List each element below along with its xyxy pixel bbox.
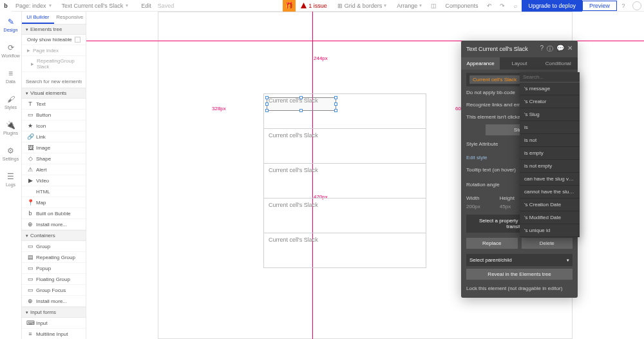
components-icon[interactable]: ◫ <box>427 0 440 12</box>
palette-built-on-bubble[interactable]: bBuilt on Bubble <box>22 208 86 219</box>
dd-item[interactable]: is <box>520 121 580 134</box>
dd-item[interactable]: can have the slug value <box>520 173 580 186</box>
palette-install-more-[interactable]: ⊕Install more... <box>22 219 86 230</box>
palette-shape[interactable]: ◇Shape <box>22 153 86 164</box>
input-forms-list: ⌨Input≡Multiline Input☑Checkbox▾Dropdown… <box>22 318 86 339</box>
nav-settings[interactable]: ⚙Settings <box>0 140 21 166</box>
edit-style-link[interactable]: Edit style <box>466 155 487 160</box>
dd-item[interactable]: 's Creation Date <box>520 199 580 211</box>
select-parent-button[interactable]: Select parent/child▾ <box>466 254 573 266</box>
rg-cell[interactable]: Current cell's Slack <box>263 93 426 129</box>
tab-responsive[interactable]: Responsive <box>54 12 86 24</box>
edit-label: Edit <box>135 3 158 9</box>
lock-element-row[interactable]: Lock this element (not draggable in edit… <box>466 282 573 295</box>
logo-icon[interactable]: b <box>0 0 12 12</box>
nav-data[interactable]: ≡Data <box>0 63 21 89</box>
palette-repeating-group[interactable]: ▤Repeating Group <box>22 252 86 263</box>
visual-elements-header[interactable]: ▾Visual elements <box>22 88 86 99</box>
tab-appearance[interactable]: Appearance <box>461 57 500 70</box>
reveal-button[interactable]: Reveal in the Elements tree <box>466 269 573 280</box>
tab-ui-builder[interactable]: UI Builder <box>22 12 54 24</box>
palette-floating-group[interactable]: ▭Floating Group <box>22 274 86 285</box>
info-icon[interactable]: ⓘ <box>547 44 553 53</box>
expression-dropdown[interactable]: 's message's Creator's Slugisis notis em… <box>520 72 580 237</box>
arrange-menu[interactable]: Arrange▾ <box>392 3 427 9</box>
dd-item[interactable]: cannot have the slug value <box>520 186 580 199</box>
tab-layout[interactable]: Layout <box>500 57 538 70</box>
inspector-title: Text Current cell's Slack <box>466 46 528 52</box>
palette-video[interactable]: ▶Video <box>22 175 86 186</box>
avatar[interactable] <box>632 1 641 10</box>
palette-map[interactable]: 📍Map <box>22 197 86 208</box>
rg-cell[interactable]: Current cell's Slack <box>263 198 426 233</box>
palette-input[interactable]: ⌨Input <box>22 318 86 329</box>
only-show-hideable[interactable]: Only show hideable <box>22 35 86 45</box>
nav-design[interactable]: ✎Design <box>0 12 21 37</box>
page-selector[interactable]: Page: index▾ <box>12 3 55 9</box>
palette-text[interactable]: TText <box>22 99 86 110</box>
palette-install-more-[interactable]: ⊕Install more... <box>22 296 86 307</box>
rg-cell[interactable]: Current cell's Slack <box>263 233 426 268</box>
dd-item[interactable]: is not <box>520 134 580 147</box>
visual-elements-list: TText▭Button★Icon🔗Link🖼Image◇Shape⚠Alert… <box>22 99 86 230</box>
palette-button[interactable]: ▭Button <box>22 110 86 121</box>
palette-image[interactable]: 🖼Image <box>22 142 86 153</box>
help-icon[interactable]: ? <box>617 0 630 12</box>
topbar: b Page: index▾ Text Current cell's Slack… <box>0 0 644 12</box>
containers-list: ▭Group▤Repeating Group▭Popup▭Floating Gr… <box>22 241 86 307</box>
nav-styles[interactable]: 🖌Styles <box>0 89 21 115</box>
palette-icon[interactable]: ★Icon <box>22 121 86 131</box>
rg-cell[interactable]: Current cell's Slack <box>263 128 426 164</box>
input-forms-header[interactable]: ▾Input forms <box>22 307 86 318</box>
elements-tree-header[interactable]: ▾Elements tree <box>22 24 86 35</box>
dd-item[interactable]: 's unique id <box>520 224 580 237</box>
element-panel: UI Builder Responsive ▾Elements tree Onl… <box>22 12 86 339</box>
help-icon[interactable]: ? <box>540 44 544 53</box>
element-search-input[interactable] <box>26 79 82 84</box>
leftnav: ✎Design⟳Workflow≡Data🖌Styles🔌Plugins⚙Set… <box>0 12 22 339</box>
rg-cell[interactable]: Current cell's Slack <box>263 163 426 199</box>
element-breadcrumb[interactable]: Text Current cell's Slack▾ <box>55 3 135 9</box>
palette-html[interactable]: HTML <box>22 186 86 197</box>
redo-icon[interactable]: ↷ <box>496 0 509 12</box>
dropdown-search-input[interactable] <box>523 74 576 80</box>
containers-header[interactable]: ▾Containers <box>22 230 86 241</box>
nav-logs[interactable]: ☰Logs <box>0 166 21 192</box>
element-search[interactable] <box>22 72 86 88</box>
tree-page-index[interactable]: ▸Page index <box>22 45 86 56</box>
palette-link[interactable]: 🔗Link <box>22 131 86 142</box>
tab-conditional[interactable]: Conditional <box>539 57 578 70</box>
replace-button[interactable]: Replace <box>466 238 518 249</box>
preview-button[interactable]: Preview <box>582 1 617 11</box>
search-icon[interactable]: ⌕ <box>509 0 522 12</box>
dropdown-search[interactable] <box>520 72 580 82</box>
nav-plugins[interactable]: 🔌Plugins <box>0 115 21 140</box>
comment-icon[interactable]: 💬 <box>556 44 564 53</box>
dd-item[interactable]: 's Modified Date <box>520 211 580 224</box>
dd-item[interactable]: 's Slug <box>520 108 580 121</box>
issue-badge[interactable]: 1 issue <box>296 3 332 9</box>
grid-toggle[interactable]: ⊞Grid & borders▾ <box>332 3 392 9</box>
dd-item[interactable]: is not empty <box>520 160 580 173</box>
dd-item[interactable]: 's Creator <box>520 95 580 108</box>
dd-item[interactable]: 's message <box>520 82 580 95</box>
palette-alert[interactable]: ⚠Alert <box>22 164 86 175</box>
tree-repeating-group[interactable]: ▸RepeatingGroup Slack <box>22 56 86 72</box>
dim-label-left: 328px <box>212 106 226 111</box>
components-button[interactable]: Components <box>440 3 483 9</box>
palette-group[interactable]: ▭Group <box>22 241 86 252</box>
gift-icon[interactable]: 🎁 <box>283 0 296 12</box>
palette-multiline-input[interactable]: ≡Multiline Input <box>22 329 86 339</box>
expression-chip[interactable]: Current cell's Slack <box>469 75 520 84</box>
close-icon[interactable]: ✕ <box>567 44 573 53</box>
deploy-button[interactable]: Upgrade to deploy <box>522 0 582 12</box>
nav-workflow[interactable]: ⟳Workflow <box>0 37 21 63</box>
palette-group-focus[interactable]: ▭Group Focus <box>22 285 86 296</box>
undo-icon[interactable]: ↶ <box>483 0 496 12</box>
saved-label: Saved <box>158 3 175 9</box>
delete-button[interactable]: Delete <box>522 238 573 249</box>
repeating-group[interactable]: Current cell's SlackCurrent cell's Slack… <box>263 93 426 268</box>
inspector-title-bar[interactable]: Text Current cell's Slack ? ⓘ 💬 ✕ <box>461 41 578 57</box>
dd-item[interactable]: is empty <box>520 147 580 160</box>
palette-popup[interactable]: ▭Popup <box>22 263 86 274</box>
